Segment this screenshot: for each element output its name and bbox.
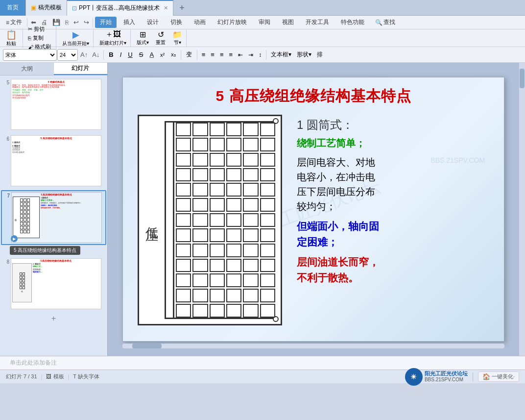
tab-special[interactable]: 特色功能 xyxy=(336,17,369,28)
add-slide-button[interactable]: + xyxy=(1,313,106,324)
sep2 xyxy=(93,18,93,27)
paste-label: 粘贴 xyxy=(6,40,16,47)
sep3 xyxy=(197,50,197,60)
font-increase[interactable]: A↑ xyxy=(78,50,90,59)
v-scrollbar[interactable] xyxy=(519,63,525,356)
font-icon: T xyxy=(73,373,76,379)
transformer-diagram: 低压 xyxy=(138,115,282,325)
subscript-btn[interactable]: x₂ xyxy=(168,50,179,59)
tab-home-label: 首页 xyxy=(7,3,19,12)
align-center-btn[interactable]: ≡ xyxy=(208,50,217,59)
play-button[interactable]: ▶ 从当前开始▾ xyxy=(59,28,94,48)
copy-icon: ⎘ xyxy=(28,35,31,41)
cut-button[interactable]: ✂ 剪切 xyxy=(26,25,53,33)
v-scrollbar-thumb[interactable] xyxy=(520,69,525,88)
template-icon-status: 🖼 xyxy=(46,373,51,379)
tab-template[interactable]: ▣ 稿壳模板 xyxy=(26,0,67,16)
layout-button[interactable]: ⊞ 版式▾ xyxy=(134,29,152,47)
new-slide-button[interactable]: ＋🖼 新建幻灯片▾ xyxy=(96,28,131,48)
underline-button[interactable]: U xyxy=(125,49,135,60)
tab-review-label: 审阅 xyxy=(259,19,270,25)
tab-slideshow[interactable]: 幻灯片放映 xyxy=(213,17,252,28)
tab-add[interactable]: + xyxy=(173,0,191,16)
status-right: ☀ 阳光工匠光伏论坛 BBS.21SPV.COM 🏠 一键美化· xyxy=(405,368,519,386)
tab-view-label: 视图 xyxy=(282,19,294,25)
tab-begin[interactable]: 开始 xyxy=(95,17,117,28)
slide-thumb-8: 5 高压绕组绝缘结构基本特点 xyxy=(11,258,101,309)
h-scrollbar[interactable] xyxy=(122,344,504,348)
search-label: 查找 xyxy=(383,18,395,26)
font-family-select[interactable]: 宋体 xyxy=(3,49,57,61)
ppt-icon: ⊡ xyxy=(72,5,77,12)
bold-button[interactable]: B xyxy=(106,49,116,60)
outline-tab[interactable]: 大纲 xyxy=(0,63,54,75)
website-text: BBS.21SPV.COM xyxy=(425,377,468,383)
tab-transition[interactable]: 切换 xyxy=(166,17,187,28)
indent-inc-btn[interactable]: ⇥ xyxy=(246,50,256,59)
slide-item-5[interactable]: 5 4 绝缘结构基点 绝缘广义：发热、电场分布不均、电场集中造成绝缘材料老化绝缘… xyxy=(1,77,106,131)
slide-item-6[interactable]: 6 5 高压绕组绝缘结构基本特点 1. 圆筒式 2. 螺旋式 1) 连续式2) … xyxy=(1,134,106,188)
copy-label: 复制 xyxy=(33,34,44,42)
play-slide-icon[interactable]: ▶ xyxy=(11,235,18,242)
align-left-btn[interactable]: ≡ xyxy=(199,50,208,59)
tab-devtools[interactable]: 开发工具 xyxy=(301,17,334,28)
slides-tab[interactable]: 幻灯片 xyxy=(54,63,108,75)
tab-review[interactable]: 审阅 xyxy=(254,17,275,28)
font-size-select[interactable]: 24 xyxy=(57,49,78,61)
slide-title[interactable]: 5 高压绕组绝缘结构基本特点 xyxy=(123,77,504,112)
tab-animation[interactable]: 动画 xyxy=(189,17,211,28)
point1-blue2: 定困难； xyxy=(297,236,338,247)
point1-green-text: 绕制工艺简单； xyxy=(297,138,365,148)
italic-button[interactable]: I xyxy=(117,49,125,60)
font-decrease[interactable]: A↓ xyxy=(90,50,101,59)
paste-button[interactable]: 📋 粘贴 xyxy=(3,28,20,48)
cut-label: 剪切 xyxy=(34,25,45,33)
indent-dec-btn[interactable]: ⇤ xyxy=(236,50,245,59)
slide-text-content[interactable]: 1 圆筒式： 绕制工艺简单； 层间电容大、对地 电容小，在冲击电 压下层间电压分… xyxy=(292,115,489,337)
slide-thumb-5: 4 绝缘结构基点 绝缘广义：发热、电场分布不均、电场集中造成绝缘材料老化绝缘狭义… xyxy=(11,79,101,130)
tab-template-label: 稿壳模板 xyxy=(38,3,62,12)
search-btn[interactable]: 🔍 查找 xyxy=(371,17,399,28)
line-spacing-btn[interactable]: ↕ xyxy=(256,50,264,59)
tab-design[interactable]: 设计 xyxy=(142,17,164,28)
menu-file[interactable]: ≡ 文件 xyxy=(2,15,26,30)
tb-undo2[interactable]: ↩ xyxy=(71,19,81,26)
beautify-btn[interactable]: 🏠 一键美化· xyxy=(478,371,519,382)
shape-btn[interactable]: 形状▾ xyxy=(294,49,314,60)
tab-ppt[interactable]: ⊡ PPT丨变压器...高电压绝缘技术 ✕ xyxy=(67,0,173,16)
template-icon: ▣ xyxy=(31,4,36,11)
slide-num-6: 6 xyxy=(2,136,9,142)
tb-export[interactable]: ⎘ xyxy=(63,19,71,26)
slide-item-7[interactable]: 7 5 高压绕组绝缘结构基本特点 低压 xyxy=(1,190,106,245)
tb-redo[interactable]: ↪ xyxy=(81,19,92,26)
align-right-btn[interactable]: ≡ xyxy=(217,50,226,59)
tab-ppt-close[interactable]: ✕ xyxy=(164,5,168,11)
beautify-icon: 🏠 xyxy=(482,373,490,380)
add-icon: + xyxy=(51,314,56,323)
strikethrough-button[interactable]: S xyxy=(136,49,146,60)
point1-label-text: 1 圆筒式： xyxy=(297,118,354,131)
slide-item-8[interactable]: 8 5 高压绕组绝缘结构基本特点 xyxy=(1,257,106,311)
point1-black: 层间电容大、对地 电容小，在冲击电 压下层间电压分布 较均匀； xyxy=(297,155,484,214)
logo-badge[interactable]: ☀ 阳光工匠光伏论坛 BBS.21SPV.COM xyxy=(405,368,468,386)
justify-btn[interactable]: ≡ xyxy=(227,50,236,59)
font-color-btn[interactable]: A xyxy=(146,49,157,60)
point1-green: 绕制工艺简单； xyxy=(297,137,484,150)
tab-view[interactable]: 视图 xyxy=(277,17,299,28)
point1-red: 层间油道长而窄， 不利于散热。 xyxy=(297,254,484,285)
tab-home[interactable]: 首页 xyxy=(0,0,26,16)
arrange-btn[interactable]: 排 xyxy=(314,49,325,60)
tab-devtools-label: 开发工具 xyxy=(306,19,329,25)
font-missing[interactable]: T 缺失字体 xyxy=(73,373,99,380)
slide-info: 幻灯片 7 / 31 xyxy=(6,373,37,380)
reset-button[interactable]: ↺ 重置 xyxy=(153,29,168,47)
transform-btn[interactable]: 变 xyxy=(183,49,195,60)
text-box-btn[interactable]: 文本框▾ xyxy=(268,49,294,60)
tab-insert[interactable]: 插入 xyxy=(119,17,140,28)
section-button[interactable]: 📁 节▾ xyxy=(169,29,187,47)
copy-button[interactable]: ⎘ 复制 xyxy=(26,34,53,42)
h-scrollbar-thumb[interactable] xyxy=(132,344,162,348)
tab-insert-label: 插入 xyxy=(123,19,135,25)
template-label[interactable]: 🖼 模板 xyxy=(46,373,64,380)
superscript-btn[interactable]: x² xyxy=(157,50,167,59)
